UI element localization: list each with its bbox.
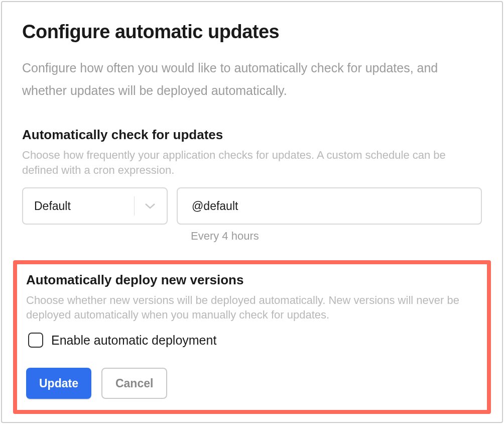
- configure-updates-panel: Configure automatic updates Configure ho…: [1, 1, 503, 423]
- cron-help-text: Every 4 hours: [177, 230, 482, 243]
- cancel-button[interactable]: Cancel: [101, 368, 167, 399]
- auto-deploy-checkbox-label: Enable automatic deployment: [51, 333, 216, 348]
- schedule-row: Default Every 4 hours: [22, 187, 482, 243]
- auto-deploy-checkbox[interactable]: [28, 333, 43, 348]
- update-button[interactable]: Update: [26, 368, 91, 399]
- select-divider: [134, 196, 135, 216]
- check-updates-description: Choose how frequently your application c…: [22, 148, 482, 177]
- chevron-down-icon: [145, 200, 156, 211]
- cron-input[interactable]: [177, 187, 482, 225]
- deploy-heading: Automatically deploy new versions: [26, 272, 478, 288]
- cron-column: Every 4 hours: [177, 187, 482, 243]
- deploy-highlight-box: Automatically deploy new versions Choose…: [13, 260, 491, 414]
- page-title: Configure automatic updates: [22, 21, 482, 43]
- auto-deploy-checkbox-row[interactable]: Enable automatic deployment: [28, 333, 478, 348]
- check-updates-heading: Automatically check for updates: [22, 127, 482, 143]
- deploy-description: Choose whether new versions will be depl…: [26, 293, 478, 323]
- schedule-select[interactable]: Default: [22, 187, 168, 225]
- schedule-select-value: Default: [34, 199, 71, 213]
- schedule-select-wrap: Default: [22, 187, 168, 225]
- page-description: Configure how often you would like to au…: [22, 57, 482, 102]
- button-row: Update Cancel: [26, 368, 478, 399]
